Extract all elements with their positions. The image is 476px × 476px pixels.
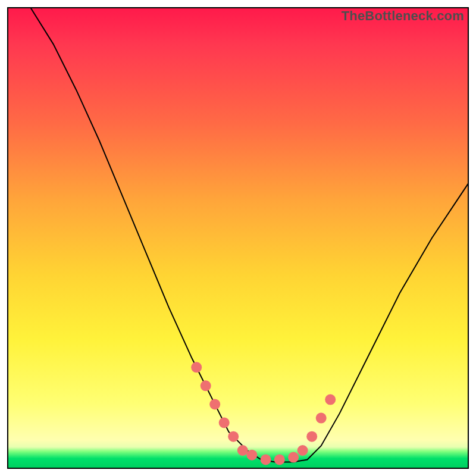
watermark-text: TheBottleneck.com [342, 8, 464, 24]
chart-frame [7, 7, 469, 469]
heat-gradient-background [8, 8, 468, 468]
